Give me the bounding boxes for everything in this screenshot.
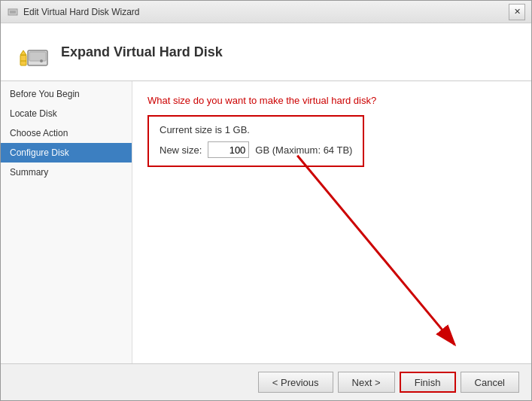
wizard-window: Edit Virtual Hard Disk Wizard ✕ Expand V… bbox=[0, 0, 532, 401]
svg-point-7 bbox=[40, 59, 43, 62]
previous-button[interactable]: < Previous bbox=[258, 372, 333, 393]
sidebar-item-choose-action[interactable]: Choose Action bbox=[1, 123, 132, 143]
svg-line-9 bbox=[297, 156, 454, 345]
svg-rect-2 bbox=[20, 55, 26, 65]
content: Before You Begin Locate Disk Choose Acti… bbox=[1, 81, 531, 363]
cancel-button[interactable]: Cancel bbox=[461, 372, 519, 393]
current-size-text: Current size is 1 GB. bbox=[160, 124, 352, 135]
title-text: Edit Virtual Hard Disk Wizard bbox=[23, 7, 140, 17]
sidebar: Before You Begin Locate Disk Choose Acti… bbox=[1, 81, 132, 363]
header: Expand Virtual Hard Disk bbox=[1, 23, 531, 81]
main-panel: What size do you want to make the virtua… bbox=[132, 81, 531, 363]
wizard-title-icon bbox=[7, 6, 19, 18]
sidebar-item-summary[interactable]: Summary bbox=[1, 163, 132, 182]
new-size-unit: GB (Maximum: 64 TB) bbox=[255, 144, 352, 156]
sidebar-item-configure-disk[interactable]: Configure Disk bbox=[1, 143, 132, 163]
new-size-row: New size: GB (Maximum: 64 TB) bbox=[160, 141, 352, 158]
title-bar-left: Edit Virtual Hard Disk Wizard bbox=[7, 6, 140, 18]
next-button[interactable]: Next > bbox=[338, 372, 395, 393]
sidebar-item-locate-disk[interactable]: Locate Disk bbox=[1, 104, 132, 123]
svg-rect-6 bbox=[29, 52, 46, 61]
expand-disk-icon bbox=[14, 34, 50, 70]
new-size-label: New size: bbox=[160, 144, 202, 156]
info-box: Current size is 1 GB. New size: GB (Maxi… bbox=[147, 115, 364, 167]
title-bar: Edit Virtual Hard Disk Wizard ✕ bbox=[1, 1, 531, 23]
svg-rect-1 bbox=[10, 11, 16, 14]
close-button[interactable]: ✕ bbox=[509, 4, 525, 20]
sidebar-item-before-you-begin[interactable]: Before You Begin bbox=[1, 84, 132, 104]
header-title: Expand Virtual Hard Disk bbox=[61, 44, 223, 60]
question-text: What size do you want to make the virtua… bbox=[147, 95, 516, 106]
new-size-input[interactable] bbox=[208, 141, 249, 158]
footer: < Previous Next > Finish Cancel bbox=[1, 363, 531, 400]
svg-marker-3 bbox=[20, 50, 26, 55]
finish-button[interactable]: Finish bbox=[400, 372, 456, 393]
